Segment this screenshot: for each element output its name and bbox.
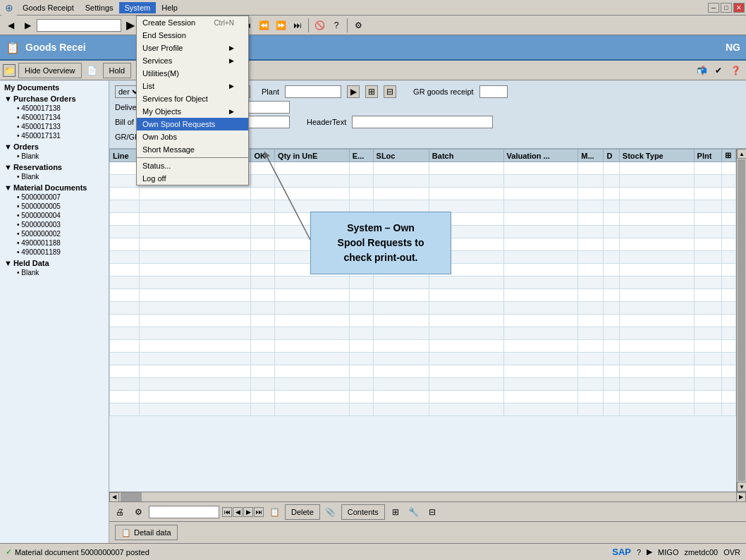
plant-label: Plant	[262, 87, 279, 96]
sidebar-section-title-orders[interactable]: ▼ Orders	[1, 142, 107, 152]
delete-button[interactable]: Delete	[285, 504, 320, 520]
expand-icon[interactable]: ⊞	[725, 151, 731, 159]
maximize-button[interactable]: □	[721, 3, 732, 13]
page-input[interactable]	[149, 506, 219, 518]
sidebar-item-po4[interactable]: • 4500017131	[1, 131, 107, 140]
status-arrow-icon: ▶	[647, 547, 652, 556]
menu-item-utilities[interactable]: Utilities(M)	[137, 67, 248, 80]
sidebar-item-held-blank[interactable]: • Blank	[1, 268, 107, 277]
sidebar-toggle-icon[interactable]: 📁	[3, 64, 16, 77]
forward-icon[interactable]: ▶	[20, 18, 35, 33]
menu-help[interactable]: Help	[156, 2, 183, 13]
attach-icon[interactable]: 📎	[323, 504, 338, 520]
next-page-button[interactable]: ▶	[243, 507, 253, 517]
header-text-label: HeaderText	[307, 118, 346, 126]
sidebar-item-md2[interactable]: • 5000000005	[1, 202, 107, 211]
sidebar-item-orders-blank[interactable]: • Blank	[1, 152, 107, 161]
menu-goods-receipt[interactable]: Goods Receipt	[17, 2, 80, 13]
system-name: MIGO	[658, 548, 678, 556]
gr-value-input[interactable]: 101	[479, 85, 508, 98]
plant-execute-icon[interactable]: ▶	[347, 85, 360, 98]
status-question-icon[interactable]: ?	[637, 548, 641, 556]
doc-icon[interactable]: 📄	[85, 63, 100, 78]
scroll-h-thumb[interactable]	[121, 492, 142, 501]
contents-button[interactable]: Contents	[341, 504, 385, 520]
sidebar-section-held-data: ▼ Held Data • Blank	[1, 257, 107, 278]
sidebar-item-po2[interactable]: • 4500017134	[1, 113, 107, 122]
post-icon[interactable]: 📬	[694, 63, 709, 78]
menu-item-create-session[interactable]: Create Session Ctrl+N	[137, 16, 248, 29]
sidebar-section-title-held-data[interactable]: ▼ Held Data	[1, 258, 107, 268]
header-text-input[interactable]	[352, 116, 493, 128]
menu-item-own-jobs[interactable]: Own Jobs	[137, 130, 248, 143]
first-page-button[interactable]: ⏮	[222, 507, 232, 517]
plant-input[interactable]	[285, 85, 341, 98]
print-settings-icon[interactable]: ⚙	[130, 504, 146, 520]
scroll-thumb[interactable]	[738, 159, 745, 481]
menu-item-services-for-object[interactable]: Services for Object	[137, 92, 248, 105]
check-doc-icon[interactable]: ✔	[711, 63, 726, 78]
customize-icon[interactable]: ⚙	[350, 18, 366, 33]
sidebar-item-md4[interactable]: • 5000000003	[1, 220, 107, 229]
back-icon[interactable]: ◀	[3, 18, 18, 33]
scroll-left-button[interactable]: ◀	[109, 492, 119, 502]
table-scroll-area[interactable]: Line Mat. Short Text OK Qty in UnE E... …	[109, 149, 736, 492]
scroll-right-button[interactable]: ▶	[736, 492, 746, 502]
sidebar-item-md1[interactable]: • 5000000007	[1, 193, 107, 202]
menu-item-my-objects[interactable]: My Objects ▶	[137, 105, 248, 118]
detail-area: 📋 Detail data	[109, 521, 746, 543]
maximize-icon[interactable]: ⊞	[388, 504, 403, 520]
menu-item-log-off[interactable]: Log off	[137, 172, 248, 185]
menu-system[interactable]: System	[119, 2, 157, 13]
sidebar-section-material-docs: ▼ Material Documents • 5000000007 • 5000…	[1, 182, 107, 257]
sidebar-item-md5[interactable]: • 5000000002	[1, 229, 107, 238]
plant-table-icon[interactable]: ⊟	[384, 85, 396, 98]
vertical-scrollbar[interactable]: ▲ ▼	[736, 149, 746, 492]
sidebar-section-title-material-docs[interactable]: ▼ Material Documents	[1, 183, 107, 193]
sidebar-item-md3[interactable]: • 5000000004	[1, 211, 107, 220]
sidebar-section-reservations: ▼ Reservations • Blank	[1, 162, 107, 182]
last-icon[interactable]: ⏭	[290, 18, 305, 33]
hold-button[interactable]: Hold	[103, 63, 132, 78]
sidebar-section-title-reservations[interactable]: ▼ Reservations	[1, 162, 107, 172]
prev-page-button[interactable]: ◀	[233, 507, 243, 517]
doc-icon2[interactable]: 📋	[267, 504, 282, 520]
last-page-button[interactable]: ⏭	[254, 507, 264, 517]
col-expand: ⊞	[722, 150, 736, 162]
sap-logo: SAP	[612, 547, 631, 557]
menu-item-user-profile[interactable]: User Profile ▶	[137, 42, 248, 54]
sidebar-item-reservations-blank[interactable]: • Blank	[1, 172, 107, 181]
menu-item-status[interactable]: Status...	[137, 159, 248, 172]
layout-icon[interactable]: ⊟	[424, 504, 440, 520]
detail-data-button[interactable]: 📋 Detail data	[115, 525, 178, 540]
menu-settings[interactable]: Settings	[80, 2, 119, 13]
print-doc-icon[interactable]: 🖨	[112, 504, 128, 520]
sidebar-item-po3[interactable]: • 4500017133	[1, 122, 107, 131]
scroll-up-button[interactable]: ▲	[737, 149, 746, 159]
sidebar-item-po1[interactable]: • 4500017138	[1, 104, 107, 113]
sidebar-item-md7[interactable]: • 4900001189	[1, 248, 107, 257]
next-icon[interactable]: ⏩	[273, 18, 288, 33]
command-input[interactable]	[37, 19, 121, 32]
hide-overview-button[interactable]: Hide Overview	[18, 63, 82, 78]
menu-item-list[interactable]: List ▶	[137, 80, 248, 92]
horizontal-scrollbar[interactable]: ◀ ▶	[109, 492, 746, 501]
minimize-button[interactable]: ─	[708, 3, 719, 13]
menu-item-services[interactable]: Services ▶	[137, 54, 248, 67]
table-row	[110, 353, 736, 365]
settings2-icon[interactable]: 🔧	[406, 504, 422, 520]
sidebar-item-md6[interactable]: • 4900001188	[1, 238, 107, 248]
menu-item-end-session[interactable]: End Session	[137, 29, 248, 42]
prev-icon[interactable]: ⏪	[256, 18, 271, 33]
help-icon[interactable]: ?	[329, 18, 344, 33]
cancel-icon[interactable]: 🚫	[312, 18, 327, 33]
sidebar-section-title-purchase-orders[interactable]: ▼ Purchase Orders	[1, 94, 107, 104]
plant-search-icon[interactable]: ⊞	[365, 85, 378, 98]
close-button[interactable]: ✕	[733, 3, 745, 13]
menu-item-own-spool-requests[interactable]: Own Spool Requests	[137, 118, 248, 130]
sidebar: My Documents ▼ Purchase Orders • 4500017…	[0, 80, 109, 543]
scroll-down-button[interactable]: ▼	[737, 482, 746, 492]
help2-icon[interactable]: ❓	[728, 63, 743, 78]
menu-item-short-message[interactable]: Short Message	[137, 143, 248, 156]
gr-goods-receipt-label: GR goods receipt	[413, 87, 474, 96]
